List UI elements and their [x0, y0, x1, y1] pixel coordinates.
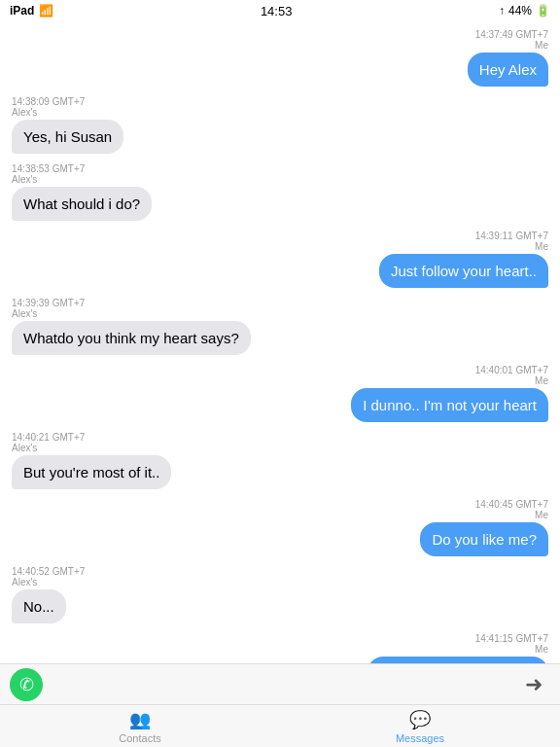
message-meta: 14:40:21 GMT+7 Alex's [12, 432, 548, 453]
tab-messages[interactable]: 💬 Messages [280, 709, 560, 744]
message-group: 14:39:39 GMT+7 Alex'sWhatdo you think my… [12, 298, 548, 355]
message-bubble: Just follow your heart.. [379, 254, 548, 288]
contacts-label: Contacts [119, 732, 160, 744]
message-bubble: I dunno.. I'm not your heart [351, 388, 548, 422]
message-group: 14:39:11 GMT+7 MeJust follow your heart.… [12, 231, 548, 288]
message-meta: 14:39:39 GMT+7 Alex's [12, 298, 548, 319]
messages-label: Messages [396, 732, 444, 744]
message-meta: 14:41:15 GMT+7 Me [12, 633, 548, 655]
tab-bar: 👥 Contacts 💬 Messages [0, 704, 560, 747]
message-row: Whatdo you think my heart says? [12, 321, 548, 355]
message-bubble: No... [12, 589, 66, 623]
battery-label: 44% [508, 4, 532, 18]
message-group: 14:38:53 GMT+7 Alex'sWhat should i do? [12, 163, 548, 221]
messages-icon: 💬 [409, 709, 431, 730]
message-bubble: Do you like me? [420, 522, 548, 556]
message-group: 14:40:21 GMT+7 Alex'sBut you're most of … [12, 432, 548, 489]
status-right: ↑ 44% 🔋 [499, 4, 550, 18]
wifi-icon: 📶 [39, 4, 53, 18]
message-meta: 14:40:01 GMT+7 Me [12, 365, 548, 386]
message-row: Do you like me? [12, 522, 548, 556]
message-meta: 14:40:52 GMT+7 Alex's [12, 566, 548, 587]
message-bubble: But you're most of it.. [12, 455, 171, 489]
message-row: What should i do? [12, 187, 548, 221]
message-bubble: Yes, hi Susan [12, 120, 123, 154]
message-row: I dunno.. I'm not your heart [12, 388, 548, 422]
message-row: No... [12, 589, 548, 623]
whatsapp-icon: ✆ [19, 674, 34, 695]
message-group: 14:40:45 GMT+7 MeDo you like me? [12, 499, 548, 556]
message-row: Just follow your heart.. [12, 254, 548, 288]
send-icon: ➜ [525, 672, 542, 697]
message-row: Yes, hi Susan [12, 120, 548, 154]
message-row: But you're most of it.. [12, 455, 548, 489]
whatsapp-button[interactable]: ✆ [10, 668, 43, 701]
message-bubble: What should i do? [12, 187, 152, 221]
message-meta: 14:38:53 GMT+7 Alex's [12, 163, 548, 185]
battery-icon: 🔋 [536, 4, 550, 18]
status-left: iPad 📶 [10, 4, 53, 18]
status-time: 14:53 [261, 4, 293, 18]
message-bubble: Hey Alex [468, 53, 548, 87]
contacts-icon: 👥 [129, 709, 151, 730]
message-meta: 14:38:09 GMT+7 Alex's [12, 96, 548, 118]
message-group: 14:40:01 GMT+7 MeI dunno.. I'm not your … [12, 365, 548, 422]
message-row: Hey Alex [12, 53, 548, 87]
send-button[interactable]: ➜ [517, 668, 550, 701]
message-group: 14:38:09 GMT+7 Alex'sYes, hi Susan [12, 96, 548, 154]
input-bar: ✆ ➜ [0, 663, 560, 704]
message-meta: 14:37:49 GMT+7 Me [12, 29, 548, 51]
status-bar: iPad 📶 14:53 ↑ 44% 🔋 [0, 0, 560, 21]
tab-contacts[interactable]: 👥 Contacts [0, 709, 280, 744]
message-bubble: Whatdo you think my heart says? [12, 321, 251, 355]
device-label: iPad [10, 4, 34, 18]
message-meta: 14:40:45 GMT+7 Me [12, 499, 548, 520]
message-group: 14:37:49 GMT+7 MeHey Alex [12, 29, 548, 87]
message-meta: 14:39:11 GMT+7 Me [12, 231, 548, 252]
message-group: 14:40:52 GMT+7 Alex'sNo... [12, 566, 548, 623]
arrow-icon: ↑ [499, 4, 505, 18]
chat-area: 14:37:49 GMT+7 MeHey Alex14:38:09 GMT+7 … [0, 21, 560, 693]
